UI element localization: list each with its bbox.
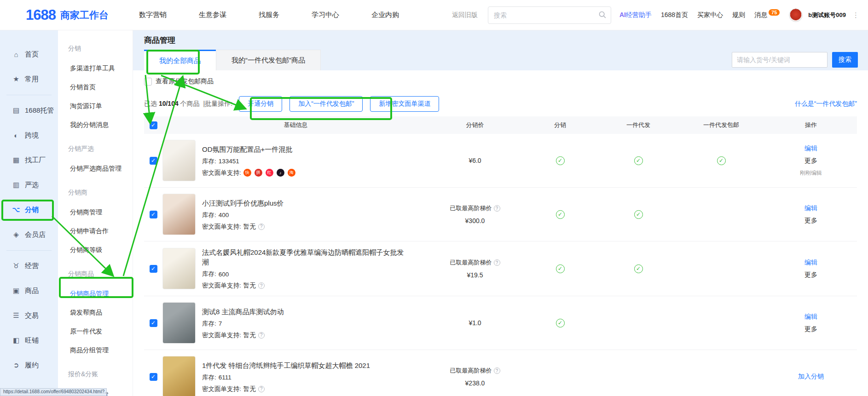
star-icon: ★ (12, 75, 20, 83)
stock-line: 库存:7 (202, 320, 284, 328)
tab-free-shipping-goods[interactable]: 我的“一件代发包邮”商品 (216, 50, 321, 70)
product-image[interactable] (162, 140, 196, 181)
sidebar-item-operate[interactable]: ♉经营 (0, 253, 58, 278)
submenu-item[interactable]: 我的分销消息 (68, 115, 133, 134)
account-name[interactable]: b测试账号009 (808, 11, 846, 19)
header-link[interactable]: 买家中心 (697, 11, 723, 19)
green-check-icon: ✓ (556, 319, 565, 327)
price-value: ¥19.5 (429, 271, 521, 279)
submenu-item[interactable]: 分销首页 (68, 78, 133, 97)
top-nav-item[interactable]: 生意参谋 (199, 11, 226, 19)
product-image[interactable] (162, 302, 196, 344)
table-row: ✓测试8 主流商品库测试勿动库存:7密文面单支持:暂无?¥1.0✓编辑更多 (144, 296, 857, 350)
batch-button[interactable]: 新增密文面单渠道 (370, 96, 439, 112)
tab-all-goods[interactable]: 我的全部商品 (144, 50, 216, 70)
top-search-input[interactable] (488, 6, 611, 24)
more-link[interactable]: 更多 (804, 157, 817, 165)
sidebar-item-member-store[interactable]: ◈会员店 (0, 222, 58, 247)
sidebar-item-factory[interactable]: ▦找工厂 (0, 148, 58, 172)
factory-icon: ▦ (12, 156, 20, 164)
green-check-icon: ✓ (556, 156, 565, 165)
top-nav-item[interactable]: 找服务 (259, 11, 279, 19)
header-link[interactable]: 1688首页 (661, 11, 688, 19)
product-image[interactable] (162, 248, 196, 289)
stock-value: 400 (219, 212, 229, 218)
submenu-item[interactable]: 分销严选商品管理 (68, 159, 133, 178)
top-nav-item[interactable]: 企业内购 (371, 11, 399, 19)
submenu-section-header: 分销严选 (68, 139, 133, 159)
top-nav-item[interactable]: 数字营销 (139, 11, 167, 19)
ai-assistant-link[interactable]: AI经营助手 (619, 11, 652, 19)
submenu-item[interactable]: 分销商品管理 (68, 284, 133, 303)
row-checkbox[interactable]: ✓ (150, 319, 157, 327)
sidebar-item-distribution[interactable]: ⌥分销 (0, 197, 58, 222)
product-title[interactable]: OD氛围万能配置品+一件混批 (202, 144, 296, 154)
action-link[interactable]: 编辑 (804, 313, 817, 321)
column-header: 一件代发 (599, 121, 677, 129)
submenu-item[interactable]: 商品分组管理 (68, 341, 133, 360)
operations-cell: 编辑更多 (765, 313, 857, 333)
sidebar-item-hosting[interactable]: ▤1688托管 (0, 98, 58, 123)
goods-search-button[interactable]: 搜索 (832, 52, 858, 68)
action-link[interactable]: 编辑 (804, 144, 817, 153)
top-nav-item[interactable]: 学习中心 (312, 11, 339, 19)
row-checkbox[interactable]: ✓ (150, 157, 157, 165)
operations-cell: 编辑更多刚刚编辑 (765, 144, 857, 177)
more-menu-icon[interactable]: ⋮ (852, 11, 860, 19)
status-bar-url: https://detail.1688.com/offer/6948032024… (0, 388, 107, 396)
sidebar-item-globe[interactable]: ◐跨境 (0, 123, 58, 148)
sidebar-item-label: 旺铺 (25, 336, 39, 345)
product-title[interactable]: 测试8 主流商品库测试勿动 (202, 307, 284, 316)
stock-label: 库存: (202, 157, 216, 166)
submenu-item[interactable]: 分销申请合作 (68, 222, 133, 241)
submenu-section-header: 分销商 (68, 183, 133, 203)
messages-link[interactable]: 消息 75 (754, 11, 780, 19)
more-link[interactable]: 更多 (804, 325, 817, 333)
product-title[interactable]: 小汪测试到手价优惠plus价 (202, 198, 284, 208)
secret-waybill-line: 密文面单支持:暂无? (202, 281, 405, 290)
row-checkbox[interactable]: ✓ (150, 373, 157, 381)
submenu-item[interactable]: 原一件代发 (68, 322, 133, 341)
operations-cell: 编辑更多 (765, 258, 857, 279)
product-image[interactable] (162, 194, 196, 235)
product-title[interactable]: 法式名媛风礼帽2024新款夏季优雅草编海边防晒帽遮阳帽子女批发潮 (202, 247, 405, 267)
sidebar-item-home[interactable]: ⌂首页 (0, 42, 58, 67)
row-checkbox[interactable]: ✓ (150, 265, 157, 273)
view-original-checkbox[interactable] (144, 78, 152, 86)
sidebar-item-label: 找工厂 (25, 156, 46, 165)
stock-label: 库存: (202, 211, 216, 219)
more-link[interactable]: 更多 (804, 271, 817, 279)
sidebar-item-shop[interactable]: ◧旺铺 (0, 328, 58, 353)
action-link[interactable]: 加入分销 (798, 373, 824, 381)
avatar[interactable] (789, 8, 803, 22)
back-to-old-link[interactable]: 返回旧版 (452, 11, 478, 19)
hosting-icon: ▤ (12, 106, 20, 115)
submenu-item[interactable]: 袋发帮商品 (68, 303, 133, 322)
sidebar-item-strict-select[interactable]: ▥严选 (0, 172, 58, 197)
stock-label: 库存: (202, 373, 216, 382)
batch-button[interactable]: 开通分销 (239, 96, 282, 112)
product-title[interactable]: 1件代发 特细台湾纸辫纯手工编织草帽女超大帽檐 2021 (202, 361, 370, 370)
action-link[interactable]: 编辑 (804, 258, 817, 267)
submenu-item[interactable]: 分销商管理 (68, 203, 133, 222)
search-icon[interactable] (598, 11, 607, 19)
header-link[interactable]: 规则 (732, 11, 745, 19)
action-link[interactable]: 编辑 (804, 204, 817, 212)
sidebar-item-star[interactable]: ★常用 (0, 67, 58, 92)
sidebar-item-trade[interactable]: ☰交易 (0, 303, 58, 328)
sidebar-item-fulfillment[interactable]: ➲履约 (0, 353, 58, 378)
batch-button[interactable]: 加入“一件代发包邮” (289, 96, 363, 112)
what-is-free-shipping-link[interactable]: 什么是“一件代发包邮” (795, 100, 857, 108)
submenu-item[interactable]: 多渠道打单工具 (68, 59, 133, 78)
sidebar-item-goods[interactable]: ▣商品 (0, 278, 58, 303)
shop-icon: ◧ (12, 336, 20, 344)
submenu-item[interactable]: 淘货源订单 (68, 97, 133, 115)
xiaohongshu-icon: 红 (266, 169, 273, 177)
product-image[interactable] (162, 356, 196, 396)
submenu-item[interactable]: 分销商等级 (68, 241, 133, 259)
select-all-checkbox[interactable]: ✓ (150, 121, 157, 129)
table-body: ✓OD氛围万能配置品+一件混批库存:133451密文面单支持:快拼红♪淘¥6.0… (144, 134, 857, 396)
row-checkbox[interactable]: ✓ (150, 211, 157, 218)
more-link[interactable]: 更多 (804, 217, 817, 225)
goods-search-input[interactable] (732, 52, 827, 68)
